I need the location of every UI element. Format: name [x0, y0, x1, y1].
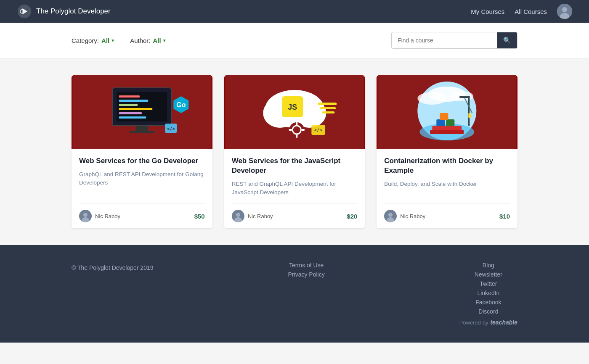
category-filter: Category: All ▼ — [72, 37, 115, 44]
course-footer: Nic Raboy $10 — [384, 203, 510, 222]
go-thumbnail-icon: Go </> — [72, 75, 212, 149]
svg-rect-16 — [129, 131, 154, 133]
author-info: Nic Raboy — [384, 210, 425, 222]
svg-rect-40 — [322, 111, 334, 113]
course-price: $10 — [499, 213, 510, 220]
all-courses-link[interactable]: All Courses — [515, 8, 547, 15]
course-price: $20 — [347, 213, 357, 220]
search-container: 🔍 — [391, 32, 517, 49]
js-thumbnail-icon: JS </> — [224, 75, 365, 149]
svg-rect-38 — [318, 103, 337, 105]
svg-rect-54 — [440, 113, 448, 120]
footer-blog-link[interactable]: Blog — [483, 262, 494, 269]
svg-rect-53 — [446, 119, 455, 126]
course-title: Web Services for the Go Developer — [79, 156, 205, 166]
svg-rect-34 — [289, 129, 292, 131]
svg-text:JS: JS — [288, 103, 297, 111]
author-value: All — [153, 37, 161, 44]
teachable-brand: teachable — [490, 319, 517, 326]
powered-by-text: Powered by — [459, 319, 488, 326]
author-label: Author: — [130, 37, 150, 44]
navbar-brand[interactable]: The Polyglot Developer — [17, 4, 111, 19]
svg-rect-9 — [119, 95, 140, 98]
author-info: Nic Raboy — [232, 210, 273, 222]
docker-thumbnail-icon — [377, 75, 517, 149]
svg-rect-52 — [437, 119, 445, 126]
svg-rect-32 — [296, 122, 297, 125]
user-avatar-icon — [557, 4, 572, 19]
powered-by: Powered by teachable — [459, 319, 517, 326]
author-avatar — [79, 210, 92, 222]
svg-rect-12 — [119, 108, 152, 110]
svg-point-48 — [428, 87, 466, 102]
author-avatar-icon — [79, 210, 92, 222]
svg-point-60 — [388, 213, 393, 217]
author-avatar-icon — [232, 210, 244, 222]
course-card[interactable]: JS </> Web Servi — [224, 75, 365, 228]
footer-facebook-link[interactable]: Facebook — [475, 299, 501, 306]
footer-links: Terms of Use Privacy Policy — [288, 262, 325, 278]
svg-rect-33 — [296, 135, 297, 138]
svg-rect-13 — [119, 112, 142, 114]
course-desc: REST and GraphQL API Development for Jav… — [232, 180, 358, 197]
course-body: Web Services for the JavaScript Develope… — [224, 149, 365, 228]
footer-terms-link[interactable]: Terms of Use — [289, 262, 324, 269]
footer-discord-link[interactable]: Discord — [478, 308, 498, 315]
course-footer: Nic Raboy $50 — [79, 203, 205, 222]
filter-bar: Category: All ▼ Author: All ▼ 🔍 — [0, 23, 589, 58]
svg-rect-15 — [135, 126, 148, 131]
svg-rect-14 — [119, 116, 146, 119]
category-label: Category: — [72, 37, 99, 44]
svg-point-42 — [236, 213, 240, 217]
author-chevron-icon: ▼ — [162, 38, 167, 43]
search-icon: 🔍 — [503, 37, 511, 44]
brand-name: The Polyglot Developer — [36, 7, 111, 16]
main-content: Go </> Web Services for the Go Developer… — [0, 58, 589, 245]
footer: © The Polyglot Developer 2019 Terms of U… — [0, 245, 589, 343]
course-footer: Nic Raboy $20 — [232, 203, 358, 222]
course-title: Containerization with Docker by Example — [384, 156, 510, 176]
course-card[interactable]: Go </> Web Services for the Go Developer… — [72, 75, 212, 228]
author-avatar-icon — [384, 210, 397, 222]
svg-rect-56 — [460, 96, 470, 98]
svg-rect-51 — [430, 130, 464, 134]
author-name: Nic Raboy — [95, 213, 120, 219]
footer-social: Blog Newsletter Twitter LinkedIn Faceboo… — [459, 262, 517, 326]
avatar[interactable] — [557, 4, 572, 19]
footer-linkedin-link[interactable]: LinkedIn — [477, 290, 499, 296]
course-title: Web Services for the JavaScript Develope… — [232, 156, 358, 176]
author-dropdown[interactable]: All ▼ — [153, 37, 167, 44]
course-desc: GraphQL and REST API Development for Gol… — [79, 170, 205, 197]
course-card[interactable]: Containerization with Docker by Example … — [377, 75, 517, 228]
search-input[interactable] — [392, 33, 497, 48]
course-thumbnail: JS </> — [224, 75, 365, 149]
navbar: The Polyglot Developer My Courses All Co… — [0, 0, 589, 23]
svg-text:</>: </> — [314, 127, 322, 133]
course-desc: Build, Deploy, and Scale with Docker — [384, 180, 510, 197]
filter-left: Category: All ▼ Author: All ▼ — [72, 37, 167, 44]
author-avatar — [232, 210, 244, 222]
author-name: Nic Raboy — [400, 213, 425, 219]
course-body: Containerization with Docker by Example … — [377, 149, 517, 228]
svg-rect-11 — [119, 104, 138, 106]
category-dropdown[interactable]: All ▼ — [101, 37, 115, 44]
author-filter: Author: All ▼ — [130, 37, 166, 44]
svg-rect-35 — [301, 129, 305, 131]
navbar-right: My Courses All Courses — [471, 4, 572, 19]
author-name: Nic Raboy — [248, 213, 273, 219]
svg-text:</>: </> — [167, 126, 175, 132]
course-thumbnail: Go </> — [72, 75, 212, 149]
my-courses-link[interactable]: My Courses — [471, 8, 504, 15]
search-button[interactable]: 🔍 — [497, 32, 517, 48]
footer-copyright: © The Polyglot Developer 2019 — [72, 264, 154, 271]
svg-rect-10 — [119, 100, 148, 102]
footer-newsletter-link[interactable]: Newsletter — [475, 271, 502, 278]
course-grid: Go </> Web Services for the Go Developer… — [72, 75, 517, 228]
svg-rect-55 — [468, 96, 470, 126]
course-thumbnail — [377, 75, 517, 149]
author-avatar — [384, 210, 397, 222]
footer-twitter-link[interactable]: Twitter — [480, 280, 497, 287]
svg-point-22 — [83, 213, 88, 217]
svg-point-4 — [562, 7, 567, 12]
footer-privacy-link[interactable]: Privacy Policy — [288, 271, 325, 278]
